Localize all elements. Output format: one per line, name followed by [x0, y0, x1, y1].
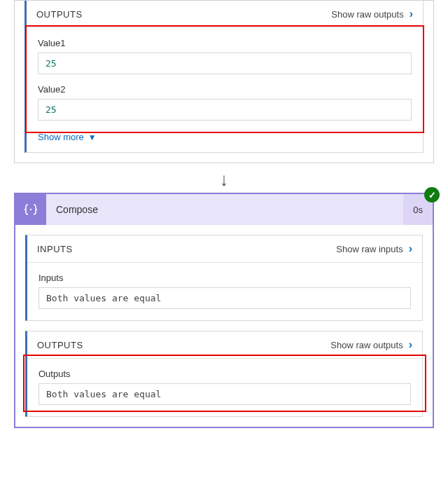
chevron-down-icon: ▼	[88, 132, 97, 142]
compose-inputs-body: Inputs Both values are equal	[27, 263, 422, 320]
value2-field: Value2 25	[38, 84, 412, 121]
compose-header[interactable]: Compose 0s	[15, 194, 433, 225]
outputs-header-row: OUTPUTS Show raw outputs ›	[27, 1, 423, 28]
show-raw-outputs-link-2[interactable]: Show raw outputs ›	[330, 338, 412, 351]
inputs-field: Inputs Both values are equal	[38, 273, 411, 309]
success-badge-icon: ✓	[424, 187, 440, 203]
svg-point-0	[30, 209, 31, 210]
curly-braces-icon	[24, 203, 38, 217]
show-raw-inputs-link[interactable]: Show raw inputs ›	[336, 242, 412, 255]
arrow-down-icon: ↓	[220, 170, 229, 188]
show-more-link[interactable]: Show more ▼	[27, 132, 423, 152]
compose-inputs-block: INPUTS Show raw inputs › Inputs Both val…	[25, 235, 423, 321]
chevron-right-icon: ›	[409, 338, 412, 351]
show-raw-outputs-label: Show raw outputs	[331, 9, 403, 20]
outputs-field: Outputs Both values are equal	[38, 369, 411, 405]
value2-value: 25	[38, 99, 412, 121]
show-raw-outputs-link[interactable]: Show raw outputs ›	[331, 8, 413, 20]
compose-outputs-header: OUTPUTS Show raw outputs ›	[27, 331, 422, 359]
outputs-label: Outputs	[38, 369, 411, 379]
outputs-value: Both values are equal	[38, 383, 411, 405]
compose-inputs-title: INPUTS	[37, 244, 73, 254]
show-raw-inputs-label: Show raw inputs	[336, 244, 402, 254]
compose-card: ✓ Compose 0s INPUTS Show raw inputs › In…	[14, 193, 434, 428]
show-raw-outputs-label-2: Show raw outputs	[330, 340, 402, 350]
outputs-block: OUTPUTS Show raw outputs › Value1 25 Val…	[24, 1, 424, 153]
compose-icon	[15, 194, 46, 225]
compose-outputs-block: OUTPUTS Show raw outputs › Outputs Both …	[25, 331, 423, 417]
value1-field: Value1 25	[38, 38, 412, 74]
value2-label: Value2	[38, 84, 412, 95]
compose-title: Compose	[46, 204, 403, 215]
flow-arrow: ↓	[0, 163, 448, 193]
outputs-body: Value1 25 Value2 25	[27, 28, 423, 132]
trigger-card: OUTPUTS Show raw outputs › Value1 25 Val…	[14, 0, 434, 163]
outputs-title: OUTPUTS	[36, 9, 83, 20]
inputs-label: Inputs	[38, 273, 411, 283]
chevron-right-icon: ›	[409, 242, 412, 255]
inputs-value: Both values are equal	[38, 287, 411, 309]
compose-outputs-title: OUTPUTS	[37, 340, 83, 350]
compose-outputs-body: Outputs Both values are equal	[27, 359, 422, 416]
value1-value: 25	[38, 53, 412, 74]
show-more-label: Show more	[38, 132, 84, 142]
chevron-right-icon: ›	[410, 8, 413, 20]
compose-inputs-header: INPUTS Show raw inputs ›	[27, 235, 422, 263]
value1-label: Value1	[38, 38, 412, 48]
